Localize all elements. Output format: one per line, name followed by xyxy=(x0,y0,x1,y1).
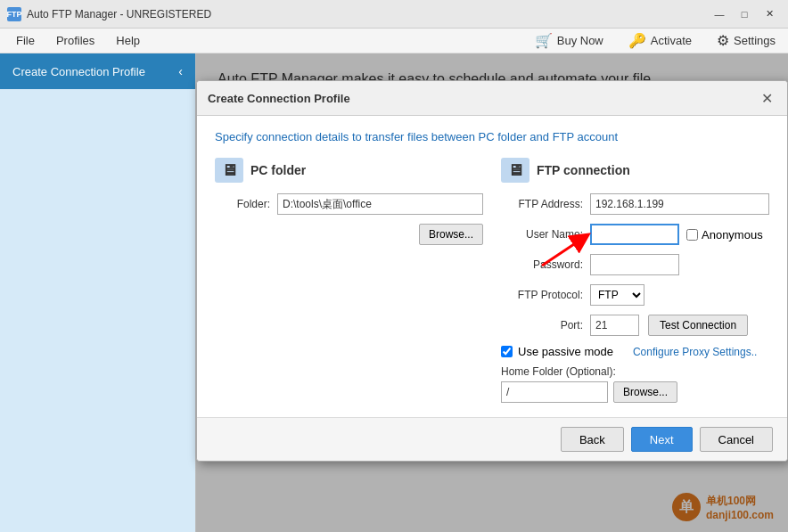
maximize-button[interactable]: □ xyxy=(733,5,756,23)
ftp-address-input[interactable] xyxy=(590,193,769,215)
cart-icon: 🛒 xyxy=(535,32,553,49)
modal-body: Specify connection details to transfer f… xyxy=(197,116,787,417)
pc-folder-column: 🖥 PC folder Folder: Browse... xyxy=(215,158,483,403)
protocol-select[interactable]: FTP SFTP FTPS xyxy=(590,284,644,306)
title-bar-left: FTP Auto FTP Manager - UNREGISTERED xyxy=(7,7,211,21)
title-bar: FTP Auto FTP Manager - UNREGISTERED — □ … xyxy=(0,0,788,29)
password-label: Password: xyxy=(501,258,590,271)
key-icon: 🔑 xyxy=(628,32,646,49)
ftp-icon: 🖥 xyxy=(501,158,529,183)
anonymous-checkbox[interactable] xyxy=(686,229,698,241)
menu-items: File Profiles Help xyxy=(7,31,149,50)
username-label: User Name: xyxy=(501,228,590,241)
folder-label: Folder: xyxy=(215,198,277,210)
menu-bar: File Profiles Help 🛒 Buy Now 🔑 Activate … xyxy=(0,29,788,53)
anonymous-label: Anonymous xyxy=(702,228,763,241)
proxy-settings-link[interactable]: Configure Proxy Settings.. xyxy=(633,346,757,358)
ftp-connection-header: 🖥 FTP connection xyxy=(501,158,769,183)
settings-label: Settings xyxy=(734,34,776,47)
port-input[interactable] xyxy=(590,315,639,336)
minimize-button[interactable]: — xyxy=(708,5,731,23)
connection-columns: 🖥 PC folder Folder: Browse... xyxy=(215,158,769,403)
protocol-label: FTP Protocol: xyxy=(501,289,590,301)
modal-title-bar: Create Connection Profile ✕ xyxy=(197,81,787,116)
folder-input[interactable] xyxy=(277,193,483,215)
ftp-browse-button[interactable]: Browse... xyxy=(613,381,677,403)
passive-mode-label: Use passive mode xyxy=(518,345,613,358)
activate-label: Activate xyxy=(651,34,692,47)
pc-browse-button[interactable]: Browse... xyxy=(419,224,483,245)
activate-button[interactable]: 🔑 Activate xyxy=(623,30,697,51)
ftp-address-label: FTP Address: xyxy=(501,198,590,210)
ftp-address-row: FTP Address: xyxy=(501,193,769,215)
home-folder-section-label: Home Folder (Optional): xyxy=(501,365,769,378)
password-input[interactable] xyxy=(590,254,679,275)
close-button[interactable]: ✕ xyxy=(758,5,781,23)
app-icon: FTP xyxy=(7,7,21,21)
next-button[interactable]: Next xyxy=(631,427,693,452)
modal-overlay: Create Connection Profile ✕ Specify conn… xyxy=(196,53,788,532)
buy-now-label: Buy Now xyxy=(557,34,603,47)
gear-icon: ⚙ xyxy=(717,32,729,49)
sidebar-chevron-icon[interactable]: ‹ xyxy=(178,64,183,78)
modal-footer: Back Next Cancel xyxy=(197,417,787,461)
title-bar-controls: — □ ✕ xyxy=(708,5,781,23)
modal-subtitle: Specify connection details to transfer f… xyxy=(215,130,769,143)
back-button[interactable]: Back xyxy=(561,427,624,452)
cancel-button[interactable]: Cancel xyxy=(700,427,773,452)
folder-input-row xyxy=(277,193,483,215)
app-title: Auto FTP Manager - UNREGISTERED xyxy=(27,8,211,20)
port-label: Port: xyxy=(501,319,590,331)
folder-row: Folder: xyxy=(215,193,483,215)
menu-help[interactable]: Help xyxy=(107,31,149,50)
ftp-connection-column: 🖥 FTP connection FTP Address: User Name: xyxy=(501,158,769,403)
toolbar-right: 🛒 Buy Now 🔑 Activate ⚙ Settings xyxy=(529,30,781,51)
ftp-connection-title: FTP connection xyxy=(537,163,630,177)
modal-title: Create Connection Profile xyxy=(208,92,350,105)
sidebar-header: Create Connection Profile ‹ xyxy=(0,53,195,89)
port-row: Port: Test Connection xyxy=(501,315,769,336)
passive-mode-checkbox[interactable] xyxy=(501,346,513,357)
settings-button[interactable]: ⚙ Settings xyxy=(711,30,781,51)
test-connection-button[interactable]: Test Connection xyxy=(648,315,748,336)
buy-now-button[interactable]: 🛒 Buy Now xyxy=(529,30,609,51)
username-row: User Name: Anonymous xyxy=(501,224,769,245)
menu-profiles[interactable]: Profiles xyxy=(47,31,103,50)
pc-folder-icon: 🖥 xyxy=(215,158,243,183)
passive-row: Use passive mode Configure Proxy Setting… xyxy=(501,345,769,358)
main-content: Auto FTP Manager makes it easy to schedu… xyxy=(196,53,788,532)
menu-file[interactable]: File xyxy=(7,31,44,50)
sidebar-title: Create Connection Profile xyxy=(12,65,145,78)
create-connection-modal: Create Connection Profile ✕ Specify conn… xyxy=(196,80,788,462)
modal-close-button[interactable]: ✕ xyxy=(757,88,776,108)
pc-folder-title: PC folder xyxy=(250,163,306,177)
sidebar: Create Connection Profile ‹ xyxy=(0,53,196,532)
home-folder-input[interactable] xyxy=(501,381,608,403)
protocol-row: FTP Protocol: FTP SFTP FTPS xyxy=(501,284,769,306)
username-input[interactable] xyxy=(590,224,679,245)
pc-folder-header: 🖥 PC folder xyxy=(215,158,483,183)
password-row: Password: xyxy=(501,254,769,275)
app-body: Create Connection Profile ‹ Auto FTP Man… xyxy=(0,53,788,532)
